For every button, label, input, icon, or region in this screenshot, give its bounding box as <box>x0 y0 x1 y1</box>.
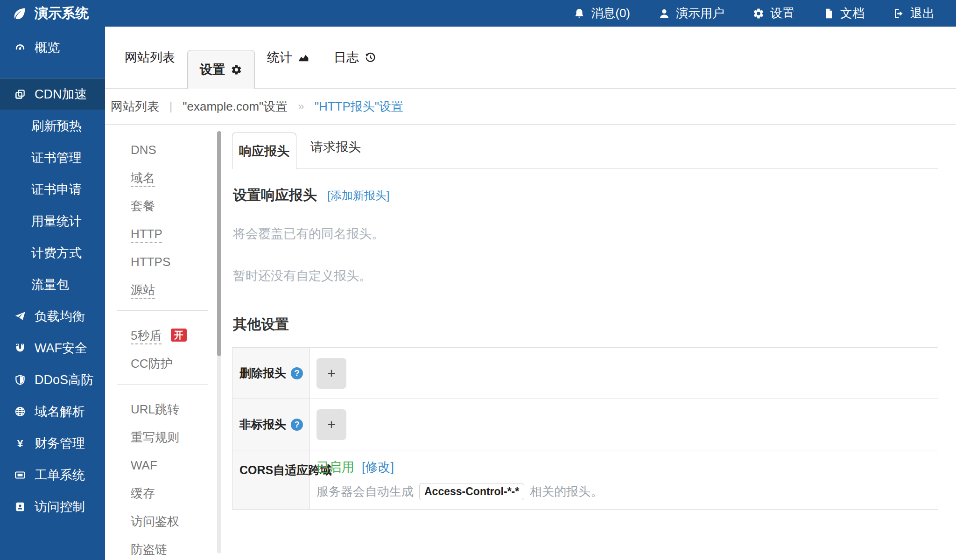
panel-tab-请求报头[interactable]: 请求报头 <box>296 126 375 168</box>
gear-icon <box>231 64 242 76</box>
topbar-item-file[interactable]: 文档 <box>822 5 865 21</box>
topbar: 演示系统 消息(0) 演示用户 设置 文档 退出 <box>0 0 956 27</box>
sidebar-item-label: 工单系统 <box>35 467 85 483</box>
sidebar-item-label: 财务管理 <box>35 435 85 452</box>
topbar-item-label: 消息(0) <box>591 5 630 21</box>
sidebar-item[interactable]: 计费方式 <box>0 237 105 269</box>
status-badge: 开 <box>171 329 187 342</box>
tab-网站列表[interactable]: 网站列表 <box>112 27 187 88</box>
subnav-item-套餐[interactable]: 套餐 <box>105 192 222 220</box>
tab-日志[interactable]: 日志 <box>322 27 388 88</box>
sidebar-item[interactable]: 刷新预热 <box>0 110 105 142</box>
sidebar-list: 概览 CDN加速 刷新预热 证书管理 证书申请 <box>0 27 105 523</box>
topbar-item-user[interactable]: 演示用户 <box>658 5 724 21</box>
subnav-item-DNS[interactable]: DNS <box>105 136 222 164</box>
settings-subnav: DNS 域名 套餐 HTTP HTTPS 源站 5秒盾 开 CC防护 <box>105 125 222 560</box>
subnav-item-CC防护[interactable]: CC防护 <box>105 350 222 378</box>
sidebar-item[interactable]: CDN加速 <box>0 78 105 110</box>
tab-label: 设置 <box>200 61 225 78</box>
topbar-item-gear[interactable]: 设置 <box>752 5 794 21</box>
subnav-item-label: CC防护 <box>131 357 173 371</box>
setting-label-cell: 非标报头 ? <box>232 399 310 450</box>
topbar-item-label: 文档 <box>840 5 865 21</box>
topbar-item-label: 演示用户 <box>676 5 724 21</box>
breadcrumb-item[interactable]: "example.com"设置 <box>183 98 288 115</box>
setting-label-cell: 删除报头 ? <box>232 348 310 399</box>
sidebar-item[interactable]: ¥ 财务管理 <box>0 427 105 459</box>
setting-value-cell: + <box>310 399 938 450</box>
sidebar-item[interactable]: 域名解析 <box>0 396 105 427</box>
yen-icon: ¥ <box>13 437 27 449</box>
subnav-item-重写规则[interactable]: 重写规则 <box>105 423 222 451</box>
topbar-item-label: 退出 <box>910 5 935 21</box>
sidebar-item[interactable]: 用量统计 <box>0 205 105 237</box>
panel-tab-响应报头[interactable]: 响应报头 <box>232 133 296 169</box>
subnav-item-label: DNS <box>131 143 156 157</box>
app-title: 演示系统 <box>35 4 89 23</box>
subnav-item-防盗链[interactable]: 防盗链 <box>105 535 222 560</box>
subnav-group: DNS 域名 套餐 HTTP HTTPS 源站 <box>105 125 222 304</box>
subnav-item-访问鉴权[interactable]: 访问鉴权 <box>105 507 222 535</box>
add-header-button[interactable]: + <box>316 358 346 389</box>
sidebar-item[interactable]: 工单系统 <box>0 459 105 491</box>
panel-tab-label: 响应报头 <box>239 143 289 160</box>
tab-label: 网站列表 <box>125 49 175 66</box>
subnav-item-HTTPS[interactable]: HTTPS <box>105 248 222 276</box>
cors-status-line: 已启用 [修改] <box>316 459 394 476</box>
topbar-item-bell[interactable]: 消息(0) <box>573 5 630 21</box>
empty-note: 暂时还没有自定义报头。 <box>232 267 938 284</box>
subnav-item-域名[interactable]: 域名 <box>105 164 222 192</box>
sidebar-item-label: 用量统计 <box>31 213 82 230</box>
other-settings-title: 其他设置 <box>232 315 938 334</box>
sidebar-item-label: DDoS高防 <box>35 371 93 388</box>
idcard-icon <box>13 501 27 513</box>
cors-edit-link[interactable]: [修改] <box>362 459 394 476</box>
topbar-item-signout[interactable]: 退出 <box>893 5 935 21</box>
subnav-item-URL跳转[interactable]: URL跳转 <box>105 395 222 423</box>
sidebar-item-label: 刷新预热 <box>31 118 82 134</box>
setting-value-cell: + <box>310 348 938 399</box>
help-icon[interactable]: ? <box>291 419 303 431</box>
sidebar-item[interactable]: 证书管理 <box>0 142 105 174</box>
subnav-item-缓存[interactable]: 缓存 <box>105 479 222 507</box>
plane-icon <box>13 310 27 322</box>
sidebar-item-label: 域名解析 <box>35 403 85 420</box>
sidebar-item[interactable]: 概览 <box>0 32 105 63</box>
sidebar-item-label: 证书管理 <box>31 149 82 166</box>
subnav-item-label: URL跳转 <box>131 402 179 416</box>
sidebar-item[interactable]: 证书申请 <box>0 174 105 205</box>
tab-设置[interactable]: 设置 <box>187 50 255 89</box>
settings-row: 非标报头 ? + <box>232 399 938 450</box>
sidebar-item[interactable]: 访问控制 <box>0 491 105 523</box>
breadcrumb-item[interactable]: 网站列表 <box>111 98 159 115</box>
subnav-scrollbar-thumb[interactable] <box>217 131 221 356</box>
breadcrumb-item[interactable]: "HTTP报头"设置 <box>315 98 403 115</box>
subnav-item-源站[interactable]: 源站 <box>105 276 222 304</box>
sidebar-item[interactable]: 流量包 <box>0 269 105 301</box>
sidebar: 概览 CDN加速 刷新预热 证书管理 证书申请 <box>0 27 105 560</box>
subnav-item-WAF[interactable]: WAF <box>105 451 222 479</box>
sidebar-item-label: 负载均衡 <box>35 308 85 325</box>
globe-icon <box>13 406 27 418</box>
cors-desc-prefix: 服务器会自动生成 <box>316 483 414 500</box>
setting-value-cell: 已启用 [修改] 服务器会自动生成 Access-Control-*-* 相关的… <box>310 450 938 509</box>
panel-tab-label: 请求报头 <box>310 139 361 155</box>
breadcrumb: 网站列表|"example.com"设置»"HTTP报头"设置 <box>105 89 956 125</box>
topbar-menu: 消息(0) 演示用户 设置 文档 退出 <box>573 5 935 21</box>
cors-description: 服务器会自动生成 Access-Control-*-* 相关的报头。 <box>316 483 603 500</box>
other-settings-table: 删除报头 ? + 非标报头 ? + CORS自适应跨域 已启用 [修改] 服务器… <box>232 347 938 510</box>
help-icon[interactable]: ? <box>291 367 303 379</box>
add-header-button[interactable]: + <box>316 409 346 440</box>
sidebar-item[interactable]: WAF安全 <box>0 332 105 364</box>
subnav-item-5秒盾[interactable]: 5秒盾 开 <box>105 322 222 350</box>
file-icon <box>822 7 835 20</box>
override-note: 将会覆盖已有的同名报头。 <box>232 225 938 242</box>
subnav-item-HTTP[interactable]: HTTP <box>105 220 222 248</box>
tab-统计[interactable]: 统计 <box>255 27 322 88</box>
sidebar-item-label: 证书申请 <box>31 181 82 198</box>
subnav-item-label: 域名 <box>131 171 155 185</box>
sidebar-item[interactable]: 负载均衡 <box>0 301 105 332</box>
add-new-header-link[interactable]: [添加新报头] <box>327 188 389 203</box>
content-area: DNS 域名 套餐 HTTP HTTPS 源站 5秒盾 开 CC防护 <box>105 125 956 560</box>
sidebar-item[interactable]: DDoS高防 <box>0 364 105 396</box>
